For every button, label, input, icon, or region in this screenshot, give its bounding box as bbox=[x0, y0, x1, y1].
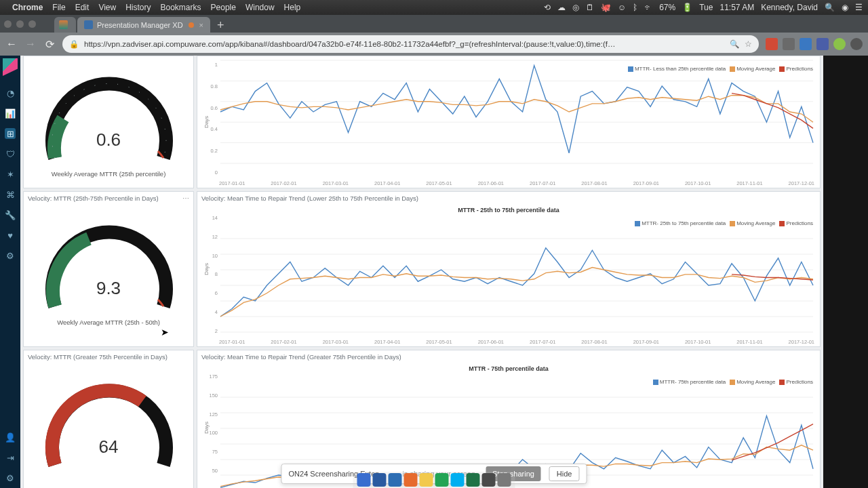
window-max[interactable] bbox=[28, 20, 36, 28]
y-ticks: 1412108642 bbox=[205, 215, 218, 334]
new-tab-button[interactable]: + bbox=[217, 18, 224, 33]
timelion-icon[interactable]: 🛡 bbox=[5, 148, 16, 159]
app-icon[interactable] bbox=[482, 473, 496, 487]
dashboard-icon[interactable]: ⊞ bbox=[5, 128, 16, 139]
address-bar[interactable]: 🔒 https://vpn.zadviser.api.compuware.com… bbox=[62, 35, 759, 53]
menu-edit[interactable]: Edit bbox=[75, 3, 90, 12]
management-icon[interactable]: ⚙ bbox=[5, 250, 16, 261]
status-icon[interactable]: ◎ bbox=[572, 3, 579, 12]
chrome-icon[interactable] bbox=[420, 473, 433, 487]
gauge-chart bbox=[24, 56, 195, 170]
status-icon[interactable]: ☺ bbox=[618, 3, 626, 12]
app-icon[interactable] bbox=[435, 473, 449, 487]
canvas-icon[interactable]: ✶ bbox=[5, 169, 16, 180]
url-text: https://vpn.zadviser.api.compuware.com/a… bbox=[84, 40, 724, 48]
star-icon[interactable]: ☆ bbox=[745, 39, 752, 49]
clock-day[interactable]: Tue bbox=[699, 3, 713, 12]
x-ticks: 2017-01-012017-02-012017-03-012017-04-01… bbox=[219, 339, 814, 345]
reload-button[interactable]: ⟳ bbox=[43, 38, 56, 50]
gauge-caption: Weekly Average MTTR (25th percentile) bbox=[24, 170, 193, 178]
firefox-icon[interactable] bbox=[404, 473, 418, 487]
spotlight-icon[interactable]: 🔍 bbox=[825, 3, 835, 12]
chart-legend: MTTR- 25th to 75th percentile data Movin… bbox=[635, 220, 813, 226]
monitor-icon[interactable]: ♥ bbox=[5, 230, 16, 241]
search-icon[interactable]: 🔍 bbox=[730, 39, 739, 49]
clock-time[interactable]: 11:57 AM bbox=[719, 3, 754, 12]
skype-icon[interactable] bbox=[451, 473, 465, 487]
battery-icon[interactable]: 🔋 bbox=[682, 3, 692, 12]
forward-button[interactable]: → bbox=[24, 38, 37, 50]
favicon-icon bbox=[84, 20, 93, 29]
menu-app[interactable]: Chrome bbox=[12, 3, 43, 12]
logout-icon[interactable]: ⇥ bbox=[5, 452, 16, 463]
menu-file[interactable]: File bbox=[52, 3, 65, 12]
status-icon[interactable]: ⟲ bbox=[544, 3, 551, 12]
line-chart bbox=[197, 56, 821, 176]
lock-icon: 🔒 bbox=[69, 39, 79, 49]
chrome-toolbar: ← → ⟳ 🔒 https://vpn.zadviser.api.compuwa… bbox=[0, 33, 868, 56]
notifications-icon[interactable]: ☰ bbox=[855, 3, 863, 12]
devtools-icon[interactable]: 🔧 bbox=[5, 209, 16, 220]
panel-title-text: Velocity: Mean Time to Repair Trend (Gre… bbox=[197, 350, 820, 363]
status-icon[interactable]: ☁ bbox=[557, 3, 566, 12]
battery-label: 67% bbox=[659, 3, 675, 12]
extension-icon[interactable] bbox=[816, 38, 829, 50]
y-ticks: 175150125100755025 bbox=[205, 373, 218, 488]
back-button[interactable]: ← bbox=[5, 38, 18, 50]
status-icon[interactable]: 🐙 bbox=[601, 3, 611, 12]
menu-people[interactable]: People bbox=[211, 3, 236, 12]
macos-dock bbox=[353, 472, 515, 488]
line-chart bbox=[197, 216, 821, 344]
panel-title-text: Velocity: Mean Time to Repair Trend (Low… bbox=[197, 192, 820, 205]
status-icon[interactable]: 🗒 bbox=[586, 3, 594, 12]
discover-icon[interactable]: ◔ bbox=[5, 87, 16, 98]
extension-icon[interactable] bbox=[783, 38, 795, 50]
mouse-cursor-icon: ➤ bbox=[161, 327, 169, 338]
tab-presentation-manager[interactable]: Presentation Manager XD × bbox=[77, 17, 210, 33]
panel-menu-icon[interactable]: ⋯ bbox=[182, 195, 189, 202]
window-close[interactable] bbox=[4, 20, 12, 28]
profile-icon[interactable] bbox=[833, 38, 846, 50]
chrome-tabstrip: Presentation Manager XD × + bbox=[0, 15, 868, 33]
tab-close-icon[interactable]: × bbox=[199, 21, 203, 29]
gauge-value: 0.6 bbox=[24, 129, 193, 150]
hourglass-icon bbox=[59, 20, 68, 29]
menu-help[interactable]: Help bbox=[284, 3, 301, 12]
outlook-icon[interactable] bbox=[389, 473, 402, 487]
kibana-logo-icon[interactable] bbox=[3, 58, 18, 76]
extension-icon[interactable] bbox=[766, 38, 778, 50]
bluetooth-icon[interactable]: ᛒ bbox=[633, 3, 637, 12]
panel-title-text: Velocity: MTTR (Greater 75th Percentile … bbox=[24, 350, 193, 363]
gauge-value: 9.3 bbox=[24, 278, 193, 299]
wifi-icon[interactable]: ᯤ bbox=[644, 3, 652, 12]
tab-indicator-icon bbox=[189, 22, 194, 28]
macos-menubar: Chrome File Edit View History Bookmarks … bbox=[0, 0, 868, 15]
siri-icon[interactable]: ◉ bbox=[842, 3, 848, 12]
window-min[interactable] bbox=[16, 20, 24, 28]
chart-title: MTTR - 75th percentile data bbox=[197, 363, 820, 374]
y-ticks: 10.80.60.40.20 bbox=[205, 62, 218, 176]
panel-trend-25-75: Velocity: Mean Time to Repair Trend (Low… bbox=[197, 191, 821, 347]
visualize-icon[interactable]: 📊 bbox=[5, 108, 16, 119]
dashboard-area: 0.6 Weekly Average MTTR (25th percentile… bbox=[20, 56, 823, 488]
panel-gauge-25-75: Velocity: MTTR (25th-75th Percentile in … bbox=[23, 191, 194, 347]
chart-title: MTTR - 25th to 75th percentile data bbox=[197, 205, 820, 216]
ml-icon[interactable]: ⌘ bbox=[5, 189, 16, 200]
hide-button[interactable]: Hide bbox=[549, 466, 580, 481]
menu-view[interactable]: View bbox=[98, 3, 116, 12]
app-icon[interactable] bbox=[373, 473, 387, 487]
trash-icon[interactable] bbox=[498, 473, 511, 487]
user-icon[interactable]: 👤 bbox=[5, 432, 16, 443]
user-name[interactable]: Kennedy, David bbox=[761, 3, 818, 12]
menu-history[interactable]: History bbox=[125, 3, 151, 12]
collapse-icon[interactable]: ⚙ bbox=[5, 472, 16, 483]
pinned-tab[interactable] bbox=[54, 17, 76, 33]
chrome-menu-icon[interactable] bbox=[850, 38, 863, 50]
gauge-value: 64 bbox=[24, 436, 193, 458]
excel-icon[interactable] bbox=[467, 473, 480, 487]
finder-icon[interactable] bbox=[357, 473, 371, 487]
panel-trend-25th: MTTR- Less than 25th percentile data Mov… bbox=[197, 56, 821, 188]
menu-window[interactable]: Window bbox=[245, 3, 275, 12]
extension-icon[interactable] bbox=[800, 38, 812, 50]
menu-bookmarks[interactable]: Bookmarks bbox=[161, 3, 201, 12]
